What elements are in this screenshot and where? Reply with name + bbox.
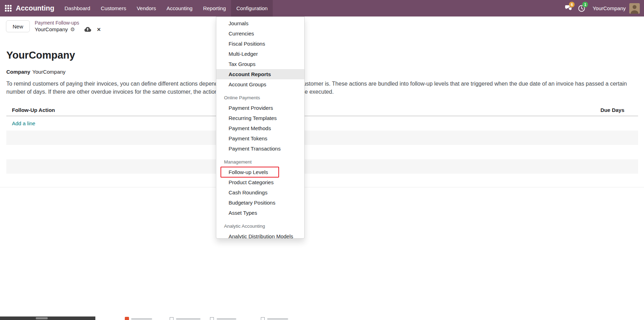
sheet-bottom-divider [0, 187, 644, 187]
nav-item-vendors[interactable]: Vendors [131, 0, 161, 16]
messages-count-badge: 6 [569, 2, 575, 7]
clipped-text-fragment [267, 318, 288, 320]
dropdown-section-analytic-accounting: Analytic Accounting [216, 221, 304, 231]
menu-item-payment-providers[interactable]: Payment Providers [216, 103, 304, 113]
breadcrumb: Payment Follow-ups YourCompany ⚙ ✕ [35, 20, 101, 33]
menu-item-payment-transactions[interactable]: Payment Transactions [216, 144, 304, 154]
empty-list-row [6, 159, 638, 174]
clipped-checkbox-fragment [210, 317, 214, 320]
menu-item-analytic-distribution-models[interactable]: Analytic Distribution Models [216, 231, 304, 239]
clipped-checkbox-fragment [170, 317, 174, 320]
dropdown-section-management: Management [216, 157, 304, 167]
configuration-dropdown-menu: Journals Currencies Fiscal Positions Mul… [216, 16, 305, 239]
activities-count-badge: 1 [582, 2, 588, 7]
empty-list-row [6, 145, 638, 159]
messages-button[interactable]: 6 [562, 0, 575, 16]
menu-item-payment-methods[interactable]: Payment Methods [216, 123, 304, 133]
nav-item-dashboard[interactable]: Dashboard [59, 0, 95, 16]
user-avatar[interactable] [629, 3, 640, 14]
nav-item-configuration[interactable]: Configuration [231, 0, 273, 16]
menu-item-payment-tokens[interactable]: Payment Tokens [216, 133, 304, 144]
empty-list-row [6, 131, 638, 145]
menu-item-follow-up-levels[interactable]: Follow-up Levels [216, 167, 304, 177]
column-header-due-days[interactable]: Due Days [601, 107, 624, 113]
page-title: YourCompany [6, 49, 638, 61]
followup-lines-list: Follow-Up Action Due Days Add a line [6, 104, 638, 174]
company-field: CompanyYourCompany [6, 69, 638, 75]
app-brand[interactable]: Accounting [16, 4, 54, 12]
gear-icon[interactable]: ⚙ [70, 27, 75, 32]
menu-item-product-categories[interactable]: Product Categories [216, 177, 304, 187]
clipped-taskbar-fragment [0, 316, 95, 320]
cloud-save-icon[interactable] [84, 27, 91, 32]
breadcrumb-current: YourCompany [35, 26, 68, 33]
apps-grid-icon[interactable] [5, 5, 12, 12]
main-menu: Dashboard Customers Vendors Accounting R… [59, 0, 273, 16]
discard-icon[interactable]: ✕ [97, 27, 101, 32]
menu-item-follow-up-levels-label: Follow-up Levels [229, 169, 268, 175]
menu-item-recurring-templates[interactable]: Recurring Templates [216, 113, 304, 123]
company-switcher[interactable]: YourCompany [592, 5, 626, 11]
clipped-red-square-fragment [125, 317, 129, 320]
menu-item-cash-roundings[interactable]: Cash Roundings [216, 187, 304, 198]
systray: 6 1 YourCompany [562, 0, 644, 16]
add-a-line-link[interactable]: Add a line [6, 116, 638, 131]
activities-button[interactable]: 1 [575, 0, 588, 16]
menu-item-tax-groups[interactable]: Tax Groups [216, 59, 304, 69]
clipped-text-fragment [217, 318, 236, 320]
top-navbar: Accounting Dashboard Customers Vendors A… [0, 0, 644, 16]
followup-description: To remind customers of paying their invo… [6, 80, 638, 96]
scrollbar-thumb-fragment [36, 317, 48, 319]
clipped-checkbox-fragment [261, 317, 265, 320]
clipped-text-fragment [176, 318, 201, 320]
column-header-follow-up-action[interactable]: Follow-Up Action [12, 107, 601, 113]
clipped-text-fragment [131, 318, 152, 320]
list-header: Follow-Up Action Due Days [6, 104, 638, 116]
menu-item-fiscal-positions[interactable]: Fiscal Positions [216, 39, 304, 49]
nav-item-customers[interactable]: Customers [95, 0, 131, 16]
form-sheet: YourCompany CompanyYourCompany To remind… [0, 36, 644, 174]
menu-item-currencies[interactable]: Currencies [216, 28, 304, 39]
menu-item-multi-ledger[interactable]: Multi-Ledger [216, 49, 304, 59]
dropdown-section-online-payments: Online Payments [216, 93, 304, 103]
menu-item-asset-types[interactable]: Asset Types [216, 208, 304, 218]
menu-item-journals[interactable]: Journals [216, 18, 304, 28]
menu-item-budgetary-positions[interactable]: Budgetary Positions [216, 198, 304, 208]
menu-item-account-reports[interactable]: Account Reports [216, 69, 304, 79]
company-field-value[interactable]: YourCompany [32, 69, 66, 75]
new-button[interactable]: New [6, 20, 30, 32]
nav-item-reporting[interactable]: Reporting [198, 0, 231, 16]
control-panel: New Payment Follow-ups YourCompany ⚙ ✕ [0, 16, 644, 36]
nav-item-accounting[interactable]: Accounting [161, 0, 198, 16]
menu-item-account-groups[interactable]: Account Groups [216, 79, 304, 89]
company-field-label: Company [6, 69, 30, 75]
breadcrumb-parent-link[interactable]: Payment Follow-ups [35, 20, 101, 26]
